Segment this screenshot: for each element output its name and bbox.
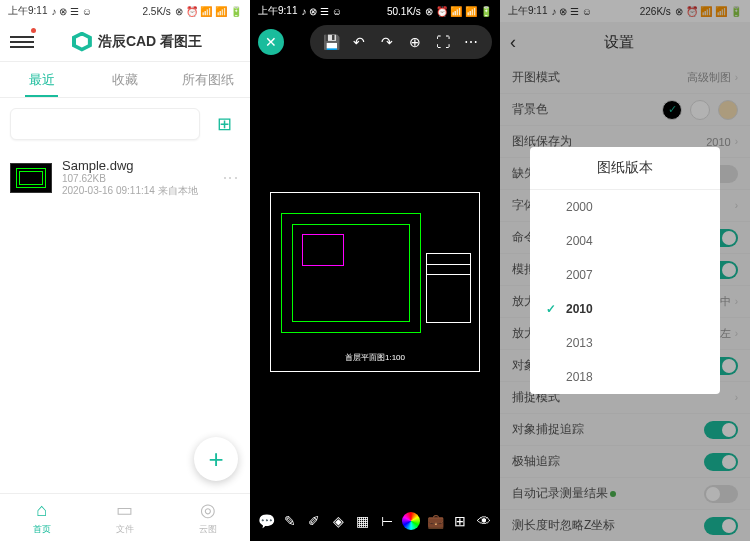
menu-icon[interactable] — [10, 30, 34, 54]
tab-favorite[interactable]: 收藏 — [83, 62, 166, 97]
undo-icon[interactable]: ↶ — [346, 29, 372, 55]
toolbox-icon[interactable]: 💼 — [425, 511, 445, 531]
nav-files[interactable]: ▭文件 — [83, 494, 166, 541]
file-item[interactable]: Sample.dwg 107.62KB 2020-03-16 09:11:14 … — [0, 150, 250, 206]
dialog-opt-2018[interactable]: 2018 — [530, 360, 720, 394]
nav-home[interactable]: ⌂首页 — [0, 494, 83, 541]
dialog-opt-2004[interactable]: 2004 — [530, 224, 720, 258]
file-date: 2020-03-16 09:11:14 来自本地 — [62, 184, 211, 198]
redo-icon[interactable]: ↷ — [374, 29, 400, 55]
dialog-opt-2007[interactable]: 2007 — [530, 258, 720, 292]
dialog-opt-2013[interactable]: 2013 — [530, 326, 720, 360]
logo-icon — [72, 32, 92, 52]
grid-tool-icon[interactable]: ⊞ — [450, 511, 470, 531]
visibility-icon[interactable]: 👁 — [474, 511, 494, 531]
status-bar: 上午9:11 ♪ ⊗ ☰ ☺ 50.1K/s ⊗ ⏰ 📶 📶 🔋 — [250, 0, 500, 22]
file-browser-screen: 上午9:11 ♪ ⊗ ☰ ☺ 2.5K/s ⊗ ⏰ 📶 📶 🔋 浩辰CAD 看图… — [0, 0, 250, 541]
dialog-title: 图纸版本 — [530, 147, 720, 190]
tab-all[interactable]: 所有图纸 — [167, 62, 250, 97]
file-size: 107.62KB — [62, 173, 211, 184]
file-thumbnail — [10, 163, 52, 193]
settings-screen: 上午9:11 ♪ ⊗ ☰ ☺ 226K/s ⊗ ⏰ 📶 📶 🔋 ‹ 设置 开图模… — [500, 0, 750, 541]
more-icon[interactable]: ⋯ — [458, 29, 484, 55]
tool-group: 💾 ↶ ↷ ⊕ ⛶ ⋯ — [310, 25, 492, 59]
app-header: 浩辰CAD 看图王 — [0, 22, 250, 62]
more-icon[interactable]: ⋮ — [221, 170, 240, 186]
drawing-frame: 首层平面图1:100 — [270, 192, 480, 372]
nav-cloud[interactable]: ◎云图 — [167, 494, 250, 541]
cloud-icon: ◎ — [200, 499, 216, 521]
edit-icon[interactable]: ✐ — [304, 511, 324, 531]
app-title: 浩辰CAD 看图王 — [98, 33, 202, 51]
cad-viewer-screen: 上午9:11 ♪ ⊗ ☰ ☺ 50.1K/s ⊗ ⏰ 📶 📶 🔋 ✕ 💾 ↶ ↷… — [250, 0, 500, 541]
notification-dot — [31, 28, 36, 33]
save-icon[interactable]: 💾 — [318, 29, 344, 55]
search-input[interactable] — [10, 108, 200, 140]
fullscreen-icon[interactable]: ⛶ — [430, 29, 456, 55]
version-dialog: 图纸版本 2000 2004 2007 ✓2010 2013 2018 — [530, 147, 720, 394]
app-logo: 浩辰CAD 看图王 — [34, 32, 240, 52]
dialog-opt-2010[interactable]: ✓2010 — [530, 292, 720, 326]
dialog-opt-2000[interactable]: 2000 — [530, 190, 720, 224]
status-bar: 上午9:11 ♪ ⊗ ☰ ☺ 2.5K/s ⊗ ⏰ 📶 📶 🔋 — [0, 0, 250, 22]
search-row: ⊞ — [0, 98, 250, 150]
folder-icon: ▭ — [116, 499, 133, 521]
floor-plan — [281, 213, 421, 333]
close-button[interactable]: ✕ — [258, 29, 284, 55]
color-wheel-icon[interactable] — [401, 511, 421, 531]
bottom-toolbar: 💬 ✎ ✐ ◈ ▦ ⊢ 💼 ⊞ 👁 — [250, 501, 500, 541]
measure-icon[interactable]: ⊢ — [377, 511, 397, 531]
viewer-toolbar: ✕ 💾 ↶ ↷ ⊕ ⛶ ⋯ — [250, 22, 500, 62]
layout-icon[interactable]: ▦ — [353, 511, 373, 531]
tab-recent[interactable]: 最近 — [0, 62, 83, 97]
drawing-canvas[interactable]: 首层平面图1:100 — [250, 62, 500, 501]
comment-icon[interactable]: 💬 — [256, 511, 276, 531]
home-icon: ⌂ — [36, 500, 47, 521]
bottom-nav: ⌂首页 ▭文件 ◎云图 — [0, 493, 250, 541]
layers-icon[interactable]: ◈ — [329, 511, 349, 531]
add-button[interactable]: + — [194, 437, 238, 481]
drawing-label: 首层平面图1:100 — [345, 352, 405, 363]
zoom-icon[interactable]: ⊕ — [402, 29, 428, 55]
file-tabs: 最近 收藏 所有图纸 — [0, 62, 250, 98]
file-name: Sample.dwg — [62, 158, 211, 173]
pencil-icon[interactable]: ✎ — [280, 511, 300, 531]
title-block — [426, 253, 471, 323]
modal-overlay[interactable]: 图纸版本 2000 2004 2007 ✓2010 2013 2018 — [500, 0, 750, 541]
grid-view-icon[interactable]: ⊞ — [208, 108, 240, 140]
